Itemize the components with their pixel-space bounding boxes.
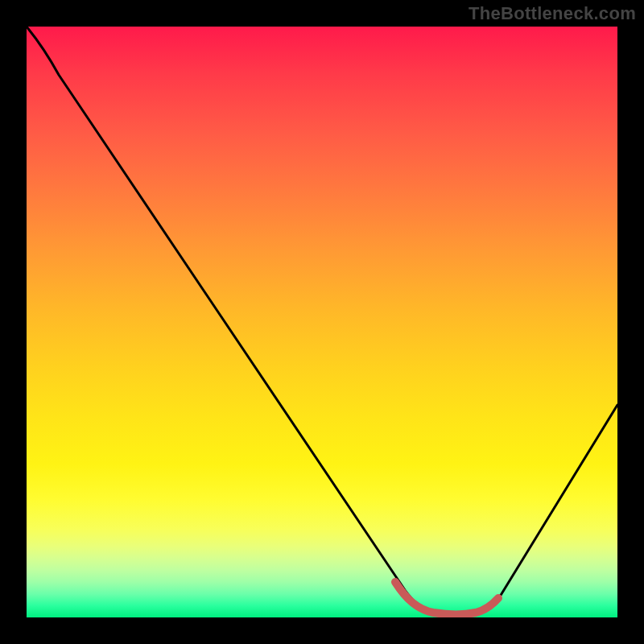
watermark-text: TheBottleneck.com xyxy=(469,3,636,24)
plot-area xyxy=(27,27,617,617)
curve-layer xyxy=(27,27,617,617)
bottleneck-curve xyxy=(27,27,617,614)
optimal-range-accent xyxy=(395,582,498,614)
chart-stage: TheBottleneck.com xyxy=(0,0,644,644)
